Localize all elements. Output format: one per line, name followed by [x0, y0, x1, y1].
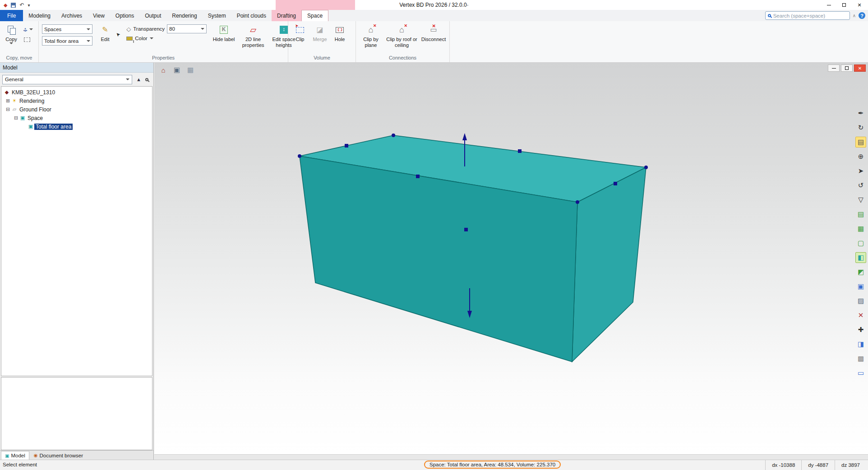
copy-button[interactable]: Copy [2, 23, 20, 46]
property-picker-button[interactable]: ➤ [115, 31, 121, 38]
hole-button[interactable]: Hole [330, 23, 349, 44]
select-arrow-icon[interactable]: ➤ [855, 166, 866, 176]
corner-handle[interactable] [644, 166, 648, 169]
tab-modeling[interactable]: Modeling [23, 10, 56, 21]
home-view-icon[interactable]: ⌂ [158, 65, 169, 75]
search-input[interactable] [773, 13, 847, 18]
tree-search-icon[interactable] [145, 78, 148, 81]
rendering-expander-icon[interactable]: ⊞ [5, 98, 11, 104]
disconnect-button[interactable]: ▭✕ Disconnect [420, 23, 447, 44]
collapse-tree-icon[interactable]: ▲ [134, 76, 143, 83]
edge-handle[interactable] [416, 175, 420, 178]
center-handle[interactable] [464, 228, 468, 231]
ribbon-search[interactable] [765, 11, 850, 20]
viewport-restore-button[interactable] [841, 65, 853, 72]
pin-icon[interactable]: ✒ [855, 108, 866, 119]
tab-rendering[interactable]: Rendering [166, 10, 202, 21]
tree-item-space[interactable]: ⊟ ▣ Space [1, 114, 152, 122]
axes-icon[interactable]: ✚ [855, 324, 866, 335]
zoom-extents-icon[interactable]: ⊕ [855, 151, 866, 162]
merge-button: ◪ Merge [309, 23, 330, 44]
panel-tab-document-browser[interactable]: ◉ Document browser [30, 451, 87, 460]
section-icon[interactable]: ▩ [855, 353, 866, 364]
restore-button[interactable] [836, 0, 852, 10]
2d-line-properties-button[interactable]: ▱ 2D line properties [238, 23, 268, 49]
hide-label-button[interactable]: K Hide label [211, 23, 236, 44]
move-button[interactable]: ↔↕ [20, 24, 34, 34]
edit-button[interactable]: ✎ Edit [97, 23, 113, 44]
tab-view[interactable]: View [88, 10, 110, 21]
viewport-scrollbar[interactable] [154, 454, 868, 460]
undo-icon[interactable]: ↶ [19, 2, 24, 8]
save-icon[interactable] [11, 3, 16, 8]
tree-item-rendering[interactable]: ⊞ ☀ Rendering [1, 97, 152, 105]
panel-tab-document-browser-label: Document browser [40, 453, 83, 458]
tab-archives[interactable]: Archives [56, 10, 88, 21]
spaces-dropdown[interactable]: Spaces [42, 24, 92, 34]
copy-view-icon[interactable]: ▣ [855, 281, 866, 292]
edge-handle[interactable] [518, 149, 522, 153]
space-type-dropdown[interactable]: Total floor area [42, 36, 92, 46]
edge-handle[interactable] [345, 144, 348, 147]
dy-readout: dy -4887 [801, 460, 835, 470]
quick-access-chevron-icon[interactable]: ▾ [28, 3, 30, 8]
selection-rectangle-button[interactable] [20, 37, 34, 43]
app-window: { "window": { "title": "Vertex BD Pro 20… [0, 0, 868, 470]
tab-file[interactable]: File [0, 10, 23, 21]
cube-view-icon[interactable]: ◨ [855, 339, 866, 350]
minimize-button[interactable] [821, 0, 836, 10]
viewport-grid-icon[interactable]: ▦ [185, 65, 196, 75]
tree-item-total-floor-area[interactable]: ▣ Total floor area [1, 122, 152, 131]
orbit-icon[interactable]: ↻ [855, 122, 866, 133]
group-label-copy-move: Copy, move [2, 55, 36, 62]
clip-by-roof-button[interactable]: ⌂✕ Clip by roof or ceiling [383, 23, 420, 49]
close-button[interactable]: ✕ [852, 0, 867, 10]
tab-system[interactable]: System [203, 10, 231, 21]
corner-handle[interactable] [392, 134, 395, 137]
wall-tool-icon[interactable]: ▤ [855, 209, 866, 220]
tab-space[interactable]: Space [301, 10, 328, 21]
selection-rectangle-icon [24, 37, 30, 42]
slab-tool-icon[interactable]: ▦ [855, 223, 866, 234]
tab-output[interactable]: Output [139, 10, 166, 21]
tree-item-ground-floor[interactable]: ⊟ ▱ Ground Floor [1, 105, 152, 114]
tab-drafting[interactable]: Drafting [272, 10, 301, 21]
transparency-dropdown[interactable]: 80 [167, 24, 207, 33]
delete-icon[interactable]: ✕ [855, 310, 866, 321]
clip-by-plane-label: Clip by plane [360, 37, 382, 48]
view-undo-icon[interactable]: ↺ [855, 180, 866, 191]
measure-ruler-icon[interactable]: ▤ [855, 137, 866, 147]
corner-handle[interactable] [576, 200, 579, 204]
tab-point-clouds[interactable]: Point clouds [231, 10, 272, 21]
viewport[interactable]: ⌂ ▣ ▦ ✕ ✒ ↻ ▤ ⊕ ➤ ↺ ▽ ▤ ▦ ▢ ◧ ◩ ▣ ▨ ✕ ✚ … [154, 63, 868, 460]
transparency-label: Transparency [133, 26, 165, 32]
panel-tab-model[interactable]: ▣ Model [1, 451, 29, 460]
color-button[interactable]: Color [126, 36, 207, 41]
move-dropdown-caret-icon[interactable] [29, 28, 33, 30]
model-panel-title: Model [0, 63, 153, 73]
drawing-layers-icon[interactable]: ▣ [171, 65, 182, 75]
room-tool-icon[interactable]: ▢ [855, 238, 866, 249]
tree-item-root[interactable]: ◆ KMB_32EU_1310 [1, 88, 152, 97]
space-tool-icon[interactable]: ◧ [855, 252, 866, 263]
edge-handle[interactable] [614, 182, 617, 185]
clip-button[interactable]: ➤ Clip [291, 23, 309, 44]
roof-tool-icon[interactable]: ◩ [855, 267, 866, 277]
copy-dropdown-caret-icon[interactable] [9, 42, 13, 44]
space-3d-model[interactable] [154, 63, 868, 454]
help-icon[interactable]: ? [859, 12, 865, 19]
viewport-minimize-button[interactable] [828, 65, 840, 72]
tree-filter-dropdown[interactable]: General [2, 75, 132, 84]
corner-handle[interactable] [298, 154, 301, 158]
filter-icon[interactable]: ▽ [855, 194, 866, 205]
tab-options[interactable]: Options [110, 10, 139, 21]
collapse-ribbon-icon[interactable]: ∧ [853, 13, 856, 18]
layout-window-icon[interactable]: ▭ [855, 368, 866, 378]
viewport-close-button[interactable]: ✕ [854, 65, 866, 72]
space-expander-icon[interactable]: ⊟ [13, 115, 19, 121]
clip-by-plane-button[interactable]: ⌂✕ Clip by plane [358, 23, 383, 49]
ground-floor-expander-icon[interactable]: ⊟ [5, 106, 11, 112]
viewport-canvas[interactable]: ⌂ ▣ ▦ ✕ ✒ ↻ ▤ ⊕ ➤ ↺ ▽ ▤ ▦ ▢ ◧ ◩ ▣ ▨ ✕ ✚ … [154, 63, 868, 454]
clipboard-icon[interactable]: ▨ [855, 295, 866, 306]
viewport-toolbar: ⌂ ▣ ▦ [158, 65, 196, 75]
